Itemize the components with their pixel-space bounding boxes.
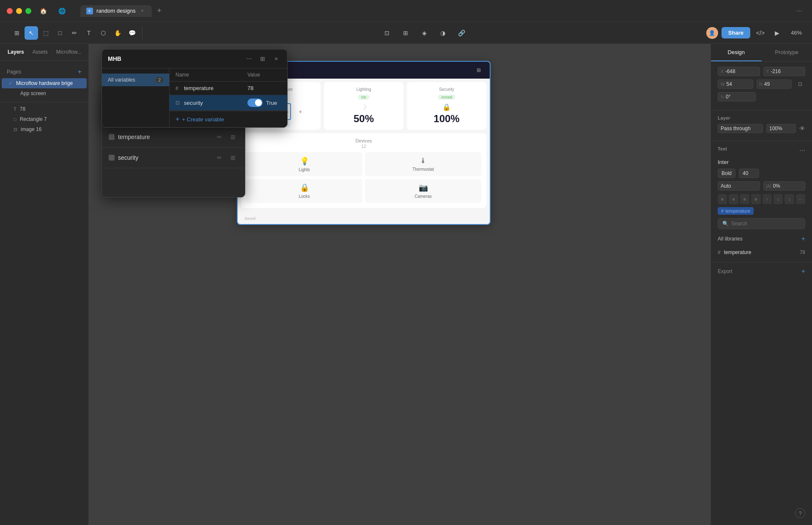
vp-footer[interactable]: + + Create variable bbox=[170, 111, 287, 127]
active-tab[interactable]: F random designs × bbox=[80, 5, 152, 17]
vp-right: Name Value # temperature 78 ⊡ security T bbox=[170, 68, 287, 127]
smh-device-thermostat[interactable]: 🌡 Thermostat bbox=[365, 152, 481, 176]
layer-item-image16[interactable]: ⊡ image 16 bbox=[2, 124, 87, 134]
add-library-icon[interactable]: + bbox=[801, 235, 805, 243]
align-center-button[interactable]: ≡ bbox=[729, 194, 738, 204]
vp-panel-icon[interactable]: ⊞ bbox=[258, 54, 268, 64]
sidebar-item-microflow[interactable]: ✓ Microflow hardware brige bbox=[2, 78, 87, 88]
align-middle-button[interactable]: ↕ bbox=[774, 194, 783, 204]
visibility-icon[interactable]: 👁 bbox=[799, 125, 805, 132]
design-tab[interactable]: Design bbox=[711, 44, 762, 61]
component-tool[interactable]: ⬡ bbox=[96, 26, 110, 40]
smh-menu-icon[interactable]: ⊞ bbox=[475, 66, 483, 74]
layer-item-rectangle7[interactable]: □ Rectangle 7 bbox=[2, 114, 87, 124]
tracking-label: |A| bbox=[766, 184, 771, 189]
smh-device-lights[interactable]: 💡 Lights bbox=[246, 152, 362, 176]
pen-tool[interactable]: ✏ bbox=[68, 26, 81, 40]
grid-tool[interactable]: ⊞ bbox=[10, 26, 24, 40]
smh-device-cameras[interactable]: 📷 Cameras bbox=[365, 179, 481, 203]
x-field[interactable]: X -648 bbox=[718, 67, 760, 76]
new-tab-button[interactable]: + bbox=[154, 5, 165, 17]
vp-all-variables-item[interactable]: All variables 2 bbox=[102, 74, 169, 86]
align-right-button[interactable]: ≡ bbox=[740, 194, 749, 204]
y-field[interactable]: Y -216 bbox=[763, 67, 806, 76]
frame-tool[interactable]: ⬚ bbox=[39, 26, 52, 40]
smh-device-locks[interactable]: 🔒 Locks bbox=[246, 179, 362, 203]
lock-aspect-icon[interactable]: ⊡ bbox=[795, 81, 805, 87]
prototype-tab[interactable]: Prototype bbox=[762, 44, 812, 61]
vp-row-temperature[interactable]: # temperature 78 bbox=[170, 82, 287, 95]
text-options-icon[interactable]: ⋯ bbox=[799, 147, 805, 154]
vp2-var-temp-link[interactable]: ⊞ bbox=[228, 132, 238, 142]
close-traffic-light[interactable] bbox=[7, 8, 13, 14]
align-justify-button[interactable]: ≡ bbox=[751, 194, 760, 204]
comment-tool[interactable]: 💬 bbox=[125, 26, 139, 40]
text-sizing-row: Auto |A| 0% bbox=[718, 181, 805, 191]
contrast-tool[interactable]: ◑ bbox=[436, 26, 450, 40]
share-button[interactable]: Share bbox=[721, 27, 750, 38]
pages-add-icon[interactable]: + bbox=[78, 68, 82, 76]
blend-mode-field[interactable]: Pass through bbox=[718, 124, 763, 133]
help-icon[interactable]: ? bbox=[795, 508, 805, 518]
pages-header: Pages + bbox=[0, 66, 88, 78]
text-more-button[interactable]: ⋯ bbox=[796, 194, 805, 204]
link-tool[interactable]: 🔗 bbox=[455, 26, 468, 40]
w-field[interactable]: W 54 bbox=[718, 79, 753, 89]
layer-item-78[interactable]: T 78 bbox=[2, 104, 87, 114]
help-section: ? bbox=[711, 501, 812, 525]
align-top-button[interactable]: ↑ bbox=[763, 194, 772, 204]
fullscreen-traffic-light[interactable] bbox=[25, 8, 31, 14]
font-weight-selector[interactable]: Bold bbox=[718, 169, 735, 178]
opacity-field[interactable]: 100% bbox=[766, 124, 796, 133]
w-label: W bbox=[721, 82, 724, 87]
export-section: Export + bbox=[711, 262, 812, 280]
vp2-var-sec-edit[interactable]: ✏ bbox=[214, 153, 225, 163]
vp2-var-sec-link[interactable]: ⊞ bbox=[228, 153, 238, 163]
code-view-button[interactable]: </> bbox=[754, 26, 767, 40]
rotation-field[interactable]: ↻ 0° bbox=[718, 92, 756, 101]
vp2-var-temp-edit[interactable]: ✏ bbox=[214, 132, 225, 142]
present-button[interactable]: ▶ bbox=[771, 26, 784, 40]
tab-favicon: F bbox=[86, 8, 93, 14]
hand-tool[interactable]: ✋ bbox=[111, 26, 124, 40]
text-tool[interactable]: T bbox=[82, 26, 96, 40]
temp-increase-button[interactable]: + bbox=[296, 107, 304, 116]
fill-tool[interactable]: ◈ bbox=[417, 26, 431, 40]
auto-field[interactable]: Auto bbox=[718, 181, 760, 191]
font-name: Inter bbox=[718, 159, 805, 165]
export-add-icon[interactable]: + bbox=[801, 268, 805, 275]
microflow-tab[interactable]: Microflow... bbox=[54, 47, 84, 57]
h-field[interactable]: H 49 bbox=[757, 79, 792, 89]
variable-list-item[interactable]: # temperature 78 bbox=[718, 248, 805, 257]
sidebar-item-appscreen[interactable]: App screen bbox=[2, 88, 87, 98]
vp-footer-plus-icon: + bbox=[176, 115, 179, 123]
vp-security-toggle[interactable] bbox=[247, 98, 263, 107]
smh-light-status: On bbox=[358, 95, 370, 100]
vp-more-icon[interactable]: ⋯ bbox=[244, 54, 254, 64]
tracking-field[interactable]: |A| 0% bbox=[763, 181, 806, 191]
vp-security-toggle-label: True bbox=[266, 100, 277, 106]
rotation-icon: ↻ bbox=[721, 95, 724, 99]
vp-close-icon[interactable]: × bbox=[271, 54, 281, 64]
assets-tab[interactable]: Assets bbox=[30, 47, 50, 57]
globe-button[interactable]: 🌐 bbox=[55, 4, 69, 18]
vp-row-security-name: security bbox=[184, 100, 247, 106]
canvas[interactable]: Smart Home ⊞ Temperature 72° − 78° 54 × … bbox=[89, 44, 710, 525]
crop-tool[interactable]: ⊡ bbox=[380, 26, 394, 40]
zoom-level[interactable]: 46% bbox=[787, 28, 805, 38]
layers-tab[interactable]: Layers bbox=[5, 47, 27, 57]
more-options-icon[interactable]: ⋯ bbox=[793, 5, 805, 17]
home-button[interactable]: 🏠 bbox=[36, 4, 50, 18]
font-size-input[interactable]: 40 bbox=[739, 169, 759, 178]
shape-tool[interactable]: □ bbox=[53, 26, 67, 40]
tab-close-button[interactable]: × bbox=[139, 8, 146, 14]
select-tool[interactable]: ↖ bbox=[25, 26, 38, 40]
search-input[interactable] bbox=[731, 221, 801, 227]
minimize-traffic-light[interactable] bbox=[16, 8, 22, 14]
align-bottom-button[interactable]: ↓ bbox=[785, 194, 794, 204]
align-left-button[interactable]: ≡ bbox=[718, 194, 727, 204]
vp-row-security[interactable]: ⊡ security True bbox=[170, 95, 287, 111]
variable-tag[interactable]: # temperature bbox=[718, 207, 754, 215]
user-avatar: 👤 bbox=[706, 27, 718, 39]
layout-grid-tool[interactable]: ⊞ bbox=[399, 26, 412, 40]
